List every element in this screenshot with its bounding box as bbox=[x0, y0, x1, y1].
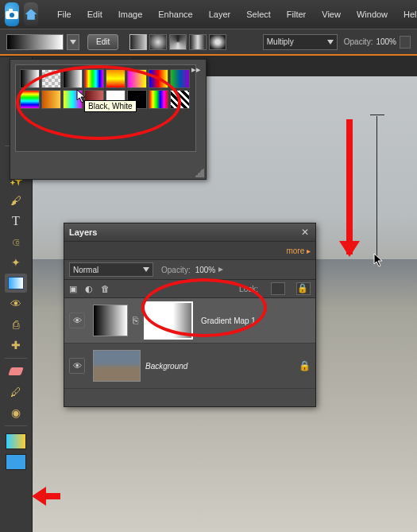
blend-mode-value: Multiply bbox=[267, 37, 294, 46]
edit-gradient-button[interactable]: Edit bbox=[87, 34, 118, 50]
gradient-swatch[interactable] bbox=[41, 69, 61, 88]
svg-point-1 bbox=[10, 13, 14, 17]
chevron-right-icon[interactable] bbox=[218, 267, 226, 272]
gradient-drag-line bbox=[376, 116, 377, 258]
gradient-swatch[interactable] bbox=[63, 90, 83, 109]
menu-view[interactable]: View bbox=[314, 10, 349, 19]
tooltip: Black, White bbox=[84, 100, 137, 112]
lock-icon: 🔒 bbox=[299, 360, 311, 371]
blend-mode-select[interactable]: Multiply bbox=[263, 34, 338, 50]
svg-rect-2 bbox=[9, 9, 13, 12]
gradient-type-reflected[interactable] bbox=[189, 34, 207, 50]
home-icon[interactable] bbox=[24, 2, 38, 26]
visibility-toggle-icon[interactable]: 👁 bbox=[69, 313, 85, 328]
layer-mask-thumbnail[interactable] bbox=[144, 301, 193, 340]
layers-options-row: Normal Opacity: 100% bbox=[64, 260, 315, 280]
gradient-swatch[interactable] bbox=[149, 69, 168, 88]
menu-filter[interactable]: Filter bbox=[279, 10, 314, 19]
layer-blend-mode-select[interactable]: Normal bbox=[69, 262, 153, 277]
opacity-dropdown[interactable] bbox=[400, 36, 411, 49]
app-root: File Edit Image Enhance Layer Select Fil… bbox=[0, 0, 417, 532]
gradient-swatch[interactable] bbox=[170, 90, 190, 109]
menu-window[interactable]: Window bbox=[349, 10, 396, 19]
gradient-picker-panel: ▸▸ bbox=[10, 59, 207, 180]
layers-icon-row: ▣ ◐ 🗑 Lock: 🔒 bbox=[64, 280, 315, 298]
layers-panel: Layers ✕ more ▸ Normal Opacity: 100% ▣ ◐… bbox=[64, 223, 316, 407]
tool-cookie-cutter[interactable]: ✦ bbox=[5, 253, 27, 272]
resize-handle-icon[interactable] bbox=[195, 168, 204, 177]
panel-menu-icon[interactable]: ▸▸ bbox=[191, 64, 201, 74]
layers-panel-subheader: more ▸ bbox=[64, 242, 315, 260]
menu-select[interactable]: Select bbox=[238, 10, 279, 19]
layer-blend-mode-value: Normal bbox=[73, 266, 98, 274]
opacity-label: Opacity: bbox=[344, 37, 373, 46]
gradient-type-angle[interactable] bbox=[169, 34, 187, 50]
tool-clone-stamp[interactable]: ⎙ bbox=[5, 315, 27, 334]
layers-panel-title: Layers bbox=[69, 227, 97, 237]
menu-enhance[interactable]: Enhance bbox=[150, 10, 200, 19]
app-logo-icon[interactable] bbox=[5, 2, 19, 26]
tool-gradient[interactable] bbox=[5, 274, 27, 293]
background-color-swatch[interactable] bbox=[6, 454, 26, 470]
lock-label: Lock: bbox=[239, 285, 258, 293]
gradient-swatch[interactable] bbox=[84, 69, 104, 88]
chevron-down-icon bbox=[327, 40, 334, 45]
opacity-value: 100% bbox=[376, 37, 396, 46]
gradient-swatch[interactable] bbox=[63, 69, 83, 88]
gradient-swatch[interactable] bbox=[170, 69, 190, 88]
tool-blur[interactable]: 🖊 bbox=[5, 382, 27, 402]
cursor-arrow-icon bbox=[373, 253, 384, 267]
layers-more-link[interactable]: more ▸ bbox=[286, 247, 311, 255]
foreground-color-swatch[interactable] bbox=[6, 433, 26, 449]
gradient-preview[interactable] bbox=[6, 34, 64, 50]
visibility-toggle-icon[interactable]: 👁 bbox=[69, 358, 85, 374]
tool-healing[interactable]: ✚ bbox=[5, 336, 27, 355]
gradient-type-diamond[interactable] bbox=[209, 34, 226, 50]
options-bar: Edit Multiply Opacity: 100% bbox=[0, 29, 417, 56]
layer-thumbnail[interactable] bbox=[93, 305, 128, 336]
layer-opacity-label: Opacity: bbox=[161, 266, 191, 274]
menubar: File Edit Image Enhance Layer Select Fil… bbox=[0, 0, 417, 29]
gradient-swatch[interactable] bbox=[106, 69, 125, 88]
gradient-type-radial[interactable] bbox=[149, 34, 167, 50]
close-icon[interactable]: ✕ bbox=[299, 227, 311, 238]
new-layer-icon[interactable]: ▣ bbox=[69, 284, 77, 294]
gradient-swatch[interactable] bbox=[41, 90, 61, 109]
menu-help[interactable]: Help bbox=[396, 10, 417, 19]
trash-icon[interactable]: 🗑 bbox=[101, 284, 110, 293]
adjustment-layer-icon[interactable]: ◐ bbox=[85, 284, 93, 294]
layer-row[interactable]: 👁 Background 🔒 bbox=[64, 344, 315, 389]
menu-layer[interactable]: Layer bbox=[201, 10, 239, 19]
layers-panel-header[interactable]: Layers ✕ bbox=[64, 223, 315, 242]
gradient-picker-toggle[interactable] bbox=[67, 34, 79, 50]
annotation-arrow bbox=[37, 493, 60, 499]
tool-sponge[interactable]: ◉ bbox=[5, 403, 27, 422]
layer-name: Background bbox=[145, 362, 187, 371]
layer-row[interactable]: 👁 ⎘ Gradient Map 1 bbox=[64, 298, 315, 344]
tool-redeye[interactable]: 👁 bbox=[5, 294, 27, 313]
lock-all-toggle[interactable]: 🔒 bbox=[296, 282, 311, 295]
chevron-down-icon bbox=[143, 267, 149, 272]
tool-eraser[interactable] bbox=[5, 362, 27, 381]
menu-edit[interactable]: Edit bbox=[79, 10, 110, 19]
tool-brush[interactable]: 🖌 bbox=[5, 191, 27, 210]
layer-opacity-value: 100% bbox=[195, 266, 216, 274]
lock-transparency-toggle[interactable] bbox=[271, 282, 285, 295]
gradient-swatch[interactable] bbox=[20, 69, 40, 88]
gradient-swatch[interactable] bbox=[127, 69, 147, 88]
tool-type[interactable]: T bbox=[5, 212, 27, 231]
layer-thumbnail[interactable] bbox=[93, 350, 141, 382]
gradient-type-linear[interactable] bbox=[129, 34, 147, 50]
annotation-arrow bbox=[346, 119, 353, 254]
gradient-swatch[interactable] bbox=[20, 90, 40, 109]
menu-file[interactable]: File bbox=[49, 10, 79, 19]
link-icon[interactable]: ⎘ bbox=[133, 315, 141, 326]
gradient-swatch[interactable] bbox=[149, 90, 168, 109]
menu-image[interactable]: Image bbox=[110, 10, 151, 19]
tool-crop[interactable]: ⟃ bbox=[5, 232, 27, 251]
layer-name: Gradient Map 1 bbox=[201, 316, 256, 325]
